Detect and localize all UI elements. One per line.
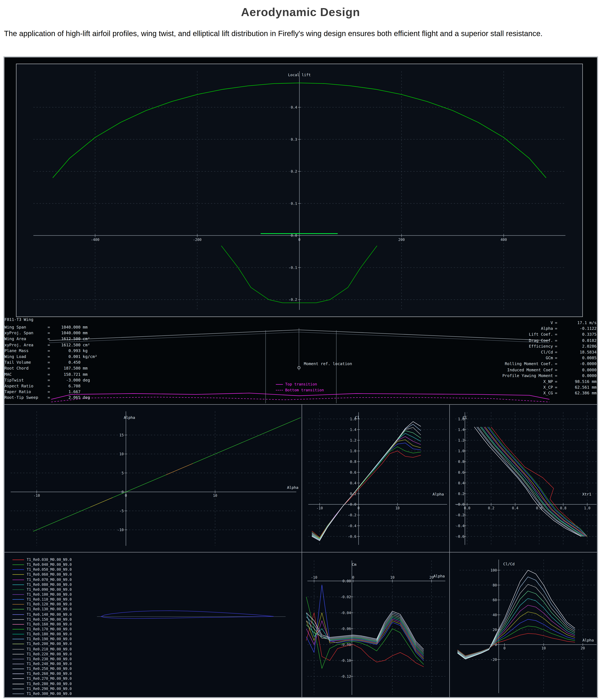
legend-entry[interactable]: T1_Re0.210_M0.00_N9.0 [12,647,72,651]
wing-name[interactable]: F811-T3 Wing [4,318,33,322]
legend-entry[interactable]: T1_Re0.130_M0.00_N9.0 [12,607,72,612]
param-equals: = [48,336,53,342]
legend-entry[interactable]: T1_Re0.170_M0.00_N9.0 [12,627,72,632]
cl-xtr-chart[interactable]: 0.00.20.40.60.81.01.61.41.21.00.80.60.40… [450,404,597,552]
page-description: The application of high-lift airfoil pro… [4,28,597,39]
parameter-row: Aspect Ratio=6.708 [4,383,109,389]
legend-entry[interactable]: T1_Re0.200_M0.00_N9.0 [12,642,72,647]
legend-entry[interactable]: T1_Re0.060_M0.00_N9.0 [12,572,72,577]
legend-entry[interactable]: T1_Re0.190_M0.00_N9.0 [12,637,72,642]
legend-label: T1_Re0.160_M0.00_N9.0 [27,622,72,627]
legend-entry[interactable]: T1_Re0.300_M0.00_N9.0 [12,691,72,696]
clcd-alpha-chart[interactable]: 01020100806040200-20Cl/CdAlpha [450,552,597,698]
legend-entry[interactable]: T1_Re0.030_M0.00_N9.0 [12,557,72,562]
legend-entry[interactable]: T1_Re0.230_M0.00_N9.0 [12,657,72,661]
series-T1_Re0.240_M0.00_N9.0 [312,427,421,540]
legend-entry[interactable]: T1_Re0.050_M0.00_N9.0 [12,567,72,572]
legend-entry[interactable]: T1_Re0.250_M0.00_N9.0 [12,667,72,671]
legend-label: T1_Re0.200_M0.00_N9.0 [27,642,72,647]
legend-entry[interactable]: T1_Re0.290_M0.00_N9.0 [12,686,72,691]
legend-entry[interactable]: T1_Re0.080_M0.00_N9.0 [12,582,72,587]
x-tick-label: 0 [125,494,127,498]
param-label: Aspect Ratio [4,383,48,389]
series-T1_Re0.060_M0.00_N9.0 [489,427,587,536]
series-T1_Re0.180_M0.00_N9.0 [481,427,585,536]
parameter-row: Tail Volume=0.450 [4,360,109,366]
param-value: 0.0000 [559,373,597,379]
param-equals: = [48,395,53,401]
series-T1_Re0.210_M0.00_N9.0 [480,427,584,536]
x-tick-label: 400 [500,238,507,242]
param-value: 0.001 [53,354,81,360]
param-label: V [464,320,553,326]
legend-swatch [12,559,24,560]
param-label: Taper Ratio [4,389,48,395]
param-value: 2.0286 [559,344,597,350]
legend-entry[interactable]: T1_Re0.260_M0.00_N9.0 [12,671,72,676]
y-tick-label: -0.6 [456,534,465,539]
x-tick-label: 0.2 [488,506,494,510]
param-value: 0.993 [53,348,81,354]
legend-entry[interactable]: T1_Re0.240_M0.00_N9.0 [12,661,72,667]
legend-swatch [12,684,24,684]
series-T1_Re0.120_M0.00_N9.0 [485,427,587,536]
param-label: Wing Load [4,354,48,360]
legend-entry[interactable]: T1_Re0.070_M0.00_N9.0 [12,577,72,582]
legend-entry[interactable]: T1_Re0.270_M0.00_N9.0 [12,676,72,681]
legend-label: T1_Re0.130_M0.00_N9.0 [27,607,72,612]
param-equals: = [553,332,559,338]
param-unit: cm² [83,342,109,348]
y-tick-label: 100 [491,568,497,572]
param-label: X_CG [464,391,553,396]
legend-entry[interactable]: T1_Re0.110_M0.00_N9.0 [12,597,72,602]
y-tick-label: -0.02 [340,595,351,599]
param-value: 17.1 m/s [559,320,597,326]
y-tick-label: -10 [117,528,124,532]
legend-label: T1_Re0.040_M0.00_N9.0 [27,562,72,567]
chart-title: Cl [463,415,467,420]
series-T1_Re0.090_M0.00_N9.0 [458,619,575,657]
parameter-row: X_CP=62.561 mm [464,385,597,391]
x-tick-label: 10 [390,575,395,579]
parameter-row: V=17.1 m/s [464,320,597,326]
legend-entry[interactable]: T1_Re0.160_M0.00_N9.0 [12,622,72,627]
parameter-row: Wing Span=1040.000mm [4,325,109,330]
cl-alpha-chart[interactable]: -100101.61.41.21.00.80.60.40.2-0.0-0.2-0… [302,404,449,552]
document-page: Aerodynamic Design The application of hi… [0,0,601,700]
cm-alpha-chart[interactable]: -10010200.00-0.02-0.04-0.06-0.08-0.10-0.… [302,552,449,698]
param-value: 0.0085 [559,355,597,361]
param-equals: = [48,330,53,336]
legend-label: T1_Re0.260_M0.00_N9.0 [27,671,72,676]
legend-swatch [12,694,24,694]
wing-parameters-list: Wing Span=1040.000mmxyProj. Span=1040.00… [4,325,109,401]
x-tick-label: 10 [213,494,217,498]
legend-entry[interactable]: T1_Re0.090_M0.00_N9.0 [12,587,72,592]
legend-swatch [12,649,24,649]
legend-entry[interactable]: T1_Re0.120_M0.00_N9.0 [12,602,72,607]
legend-swatch [12,674,24,674]
y-tick-label: 0.6 [458,470,464,475]
legend-swatch [12,644,24,644]
legend-entry[interactable]: T1_Re0.100_M0.00_N9.0 [12,592,72,597]
y-tick-label: -0.10 [340,658,351,662]
legend-swatch [12,589,24,590]
x-tick-label: 20 [429,575,434,579]
alpha-chart[interactable]: -10010151050-5-10AlphaAlpha [4,404,302,552]
legend-entry[interactable]: T1_Re0.150_M0.00_N9.0 [12,617,72,622]
param-value: 0.0182 [559,338,597,344]
legend-entry[interactable]: T1_Re0.180_M0.00_N9.0 [12,632,72,637]
legend-swatch [12,619,24,620]
legend-entry[interactable]: T1_Re0.140_M0.00_N9.0 [12,612,72,617]
x-tick-label: 0 [358,506,360,510]
y-tick-label: 0.1 [291,201,297,206]
legend-swatch [12,689,24,689]
legend-label: T1_Re0.050_M0.00_N9.0 [27,567,72,572]
legend-label: T1_Re0.090_M0.00_N9.0 [27,587,72,592]
y-tick-label: 1.4 [458,428,464,432]
legend-entry[interactable]: T1_Re0.280_M0.00_N9.0 [12,681,72,686]
param-unit [83,383,109,389]
legend-entry[interactable]: T1_Re0.220_M0.00_N9.0 [12,652,72,657]
local-lift-chart[interactable]: -400-20002004000.40.30.20.10.0-0.1-0.2Lo… [17,64,582,317]
legend-entry[interactable]: T1_Re0.040_M0.00_N9.0 [12,562,72,567]
legend-label: T1_Re0.270_M0.00_N9.0 [27,676,72,681]
